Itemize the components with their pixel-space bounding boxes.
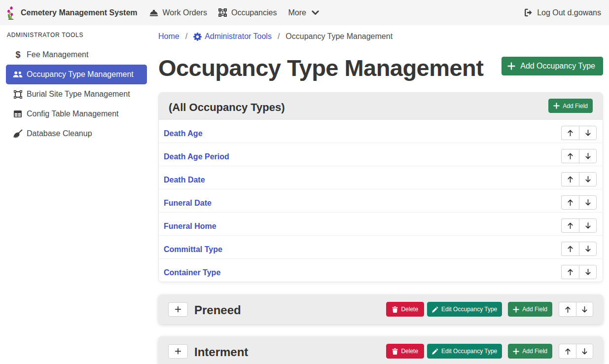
svg-text:$: $ — [15, 50, 20, 60]
